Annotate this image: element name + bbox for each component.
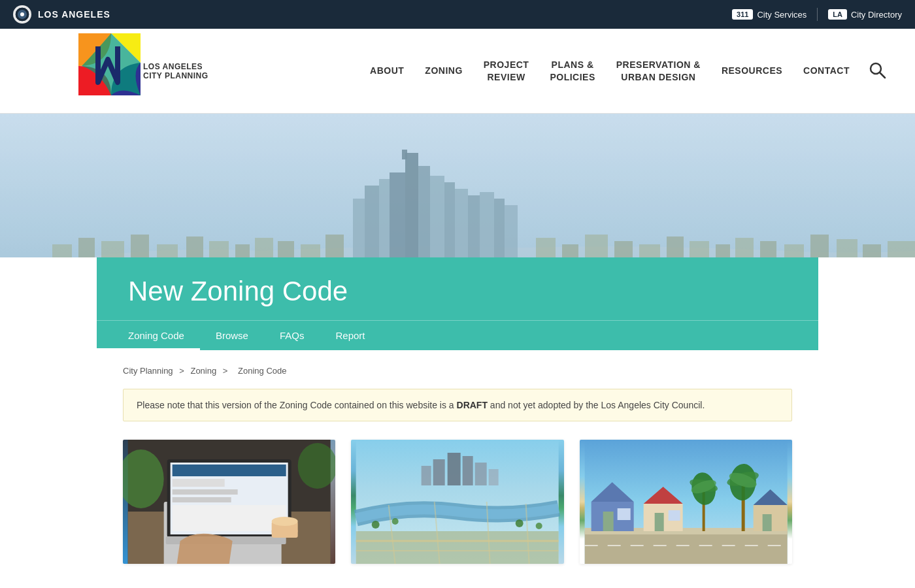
svg-rect-95 (603, 512, 613, 531)
nav-preservation[interactable]: PRESERVATION &URBAN DESIGN (616, 59, 701, 82)
svg-point-2 (20, 12, 24, 16)
banner-title: New Zoning Code (128, 276, 787, 307)
svg-rect-63 (173, 489, 238, 495)
card-aerial[interactable] (351, 440, 563, 564)
card-neighborhood[interactable] (580, 440, 792, 564)
nav-project-review[interactable]: PROJECTREVIEW (484, 59, 529, 82)
cards-section (123, 440, 792, 564)
top-bar: LOS ANGELES 311 City Services LA City Di… (0, 0, 915, 29)
breadcrumb-city-planning[interactable]: City Planning (123, 366, 173, 376)
badge-la: LA (828, 9, 847, 20)
city-seal (13, 5, 31, 24)
svg-point-86 (372, 521, 380, 529)
nav-contact[interactable]: CONTACT (803, 65, 850, 76)
svg-rect-65 (173, 505, 286, 531)
notice-text-before: Please note that this version of the Zon… (137, 400, 457, 410)
svg-rect-111 (762, 514, 771, 531)
svg-point-87 (392, 518, 399, 525)
top-bar-right: 311 City Services LA City Directory (732, 8, 902, 21)
city-directory-link[interactable]: LA City Directory (828, 9, 902, 20)
top-bar-left: LOS ANGELES (13, 5, 110, 24)
svg-rect-62 (173, 479, 225, 487)
banner-tabs: Zoning Code Browse FAQs Report (97, 320, 818, 350)
notice-box: Please note that this version of the Zon… (123, 389, 792, 421)
svg-rect-99 (654, 513, 663, 531)
nav-plans-policies[interactable]: PLANS &POLICIES (550, 59, 595, 82)
card-neighborhood-image (580, 440, 792, 564)
svg-line-5 (880, 73, 885, 78)
teal-banner: New Zoning Code Zoning Code Browse FAQs … (97, 257, 818, 350)
main-nav: ABOUT ZONING PROJECTREVIEW PLANS &POLICI… (370, 59, 850, 82)
notice-draft: DRAFT (457, 400, 488, 410)
svg-point-71 (298, 443, 336, 489)
tab-faqs[interactable]: FAQs (264, 321, 320, 350)
svg-rect-76 (463, 456, 473, 485)
logo-line2: CITY PLANNING (143, 71, 208, 80)
logo-line1: LOS ANGELES (143, 62, 208, 71)
svg-rect-96 (617, 508, 630, 520)
svg-rect-61 (173, 465, 286, 476)
city-name: LOS ANGELES (38, 9, 110, 20)
badge-311: 311 (732, 9, 753, 20)
svg-rect-73 (422, 466, 431, 485)
city-directory-label: City Directory (851, 10, 902, 20)
search-icon (868, 61, 886, 79)
nav-resources[interactable]: RESOURCES (722, 65, 782, 76)
svg-rect-78 (489, 469, 499, 485)
svg-rect-74 (433, 459, 445, 485)
svg-point-89 (536, 523, 542, 529)
tab-zoning-code[interactable]: Zoning Code (97, 321, 200, 350)
search-button[interactable] (865, 58, 889, 84)
city-services-label: City Services (757, 10, 807, 20)
nav-zoning[interactable]: ZONING (425, 65, 462, 76)
card-laptop[interactable] (123, 440, 335, 564)
site-header: LOS ANGELES CITY PLANNING ABOUT ZONING P… (0, 29, 915, 114)
breadcrumb: City Planning > Zoning > Zoning Code (123, 366, 792, 376)
tab-report[interactable]: Report (320, 321, 380, 350)
nav-about[interactable]: ABOUT (370, 65, 404, 76)
logo-text: LOS ANGELES CITY PLANNING (143, 62, 208, 80)
svg-rect-91 (584, 531, 787, 564)
svg-rect-75 (448, 453, 461, 485)
divider (817, 8, 818, 21)
tab-browse[interactable]: Browse (200, 321, 264, 350)
breadcrumb-sep2: > (223, 366, 230, 376)
svg-rect-100 (668, 510, 680, 521)
card-aerial-image (351, 440, 563, 564)
svg-point-69 (272, 517, 298, 526)
breadcrumb-sep1: > (179, 366, 186, 376)
svg-rect-64 (173, 497, 231, 502)
logo-area[interactable]: LOS ANGELES CITY PLANNING (78, 33, 208, 108)
breadcrumb-zoning[interactable]: Zoning (190, 366, 216, 376)
card-laptop-image (123, 440, 335, 564)
breadcrumb-zoning-code: Zoning Code (238, 366, 286, 376)
content-area: City Planning > Zoning > Zoning Code Ple… (97, 350, 818, 580)
svg-point-88 (516, 519, 524, 527)
city-planning-logo (78, 33, 141, 108)
notice-text-after: and not yet adopted by the Los Angeles C… (488, 400, 705, 410)
city-services-link[interactable]: 311 City Services (732, 9, 807, 20)
svg-rect-77 (475, 463, 487, 485)
